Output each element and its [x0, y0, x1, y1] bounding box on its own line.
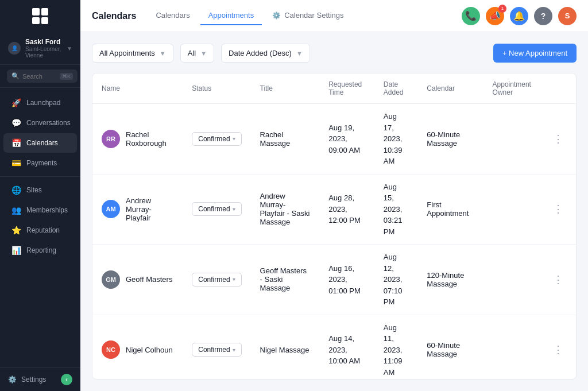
- cell-title: Geoff Masters - Saski Massage: [251, 245, 320, 315]
- status-badge[interactable]: Confirmed ▾: [192, 343, 241, 357]
- sidebar-item-label: Sites: [26, 186, 42, 194]
- row-more-button[interactable]: ⋮: [550, 131, 567, 146]
- cell-status: Confirmed ▾: [183, 315, 250, 380]
- type-filter[interactable]: All ▼: [180, 44, 214, 63]
- gear-icon: ⚙️: [272, 11, 281, 20]
- type-filter-arrow-icon: ▼: [200, 50, 207, 57]
- sidebar-collapse-button[interactable]: ‹: [61, 374, 72, 385]
- cell-actions: ⋮: [540, 104, 576, 175]
- status-badge[interactable]: Confirmed ▾: [192, 273, 241, 287]
- sidebar-item-label: Reputation: [26, 226, 60, 234]
- cell-title: Nigel Massage: [251, 315, 320, 380]
- cell-name: NC Nigel Colhoun: [92, 315, 183, 380]
- table-row: RR Rachel Roxborough Confirmed ▾ Rachel …: [92, 104, 576, 175]
- sidebar-item-launchpad[interactable]: 🚀 Launchpad: [3, 93, 77, 113]
- table-row: GM Geoff Masters Confirmed ▾ Geoff Maste…: [92, 245, 576, 315]
- search-icon: 🔍: [11, 72, 20, 80]
- name-cell: GM Geoff Masters: [102, 270, 173, 289]
- bell-icon[interactable]: 🔔: [510, 7, 528, 25]
- phone-icon[interactable]: 📞: [462, 7, 480, 25]
- cell-date-added: Aug 12, 2023,07:10 PM: [374, 245, 418, 315]
- topbar-icons: 📞 📣 1 🔔 ? S: [462, 7, 577, 25]
- search-box[interactable]: 🔍 ⌘K: [7, 69, 78, 83]
- sort-filter[interactable]: Date Added (Desc) ▼: [221, 44, 310, 63]
- table-header: Name Status Title Requested Time Date Ad…: [92, 73, 576, 104]
- cell-status: Confirmed ▾: [183, 174, 250, 245]
- avatar: RR: [102, 130, 120, 148]
- user-chevron-icon: ▼: [67, 45, 72, 52]
- sidebar-item-label: Launchpad: [26, 99, 60, 107]
- sidebar-item-reputation[interactable]: ⭐ Reputation: [3, 220, 77, 240]
- search-input[interactable]: [22, 73, 57, 80]
- page-title: Calendars: [92, 11, 136, 21]
- sidebar-search-area: 🔍 ⌘K +: [0, 65, 80, 88]
- cell-requested-time: Aug 16, 2023,01:00 PM: [319, 245, 374, 315]
- search-shortcut: ⌘K: [60, 73, 73, 80]
- status-label: Confirmed: [198, 205, 230, 213]
- contact-name: Andrew Murray-Playfair: [126, 196, 173, 222]
- sidebar-item-reporting[interactable]: 📊 Reporting: [3, 241, 77, 260]
- sidebar-item-conversations[interactable]: 💬 Conversations: [3, 113, 77, 133]
- megaphone-badge: 1: [498, 5, 506, 13]
- tab-calendar-settings[interactable]: ⚙️ Calendar Settings: [264, 6, 351, 25]
- status-badge[interactable]: Confirmed ▾: [192, 202, 241, 216]
- avatar: GM: [102, 270, 120, 289]
- reporting-icon: 📊: [11, 246, 21, 255]
- status-label: Confirmed: [198, 276, 230, 284]
- settings-icon: ⚙️: [8, 375, 17, 384]
- user-icon: 👤: [8, 42, 21, 55]
- row-more-button[interactable]: ⋮: [550, 272, 567, 287]
- sidebar-item-memberships[interactable]: 👥 Memberships: [3, 200, 77, 220]
- tab-appointments[interactable]: Appointments: [200, 6, 262, 25]
- col-appt-owner: AppointmentOwner: [483, 73, 540, 104]
- appointment-filter[interactable]: All Appointments ▼: [92, 44, 173, 63]
- sidebar-item-calendars[interactable]: 📅 Calendars: [3, 133, 77, 153]
- help-icon[interactable]: ?: [534, 7, 552, 25]
- status-chevron-icon: ▾: [233, 347, 235, 353]
- cell-requested-time: Aug 19, 2023,09:00 AM: [319, 104, 374, 175]
- table-body: RR Rachel Roxborough Confirmed ▾ Rachel …: [92, 104, 576, 380]
- sidebar-item-label: Memberships: [26, 206, 68, 214]
- tab-appointments-label: Appointments: [208, 11, 254, 20]
- avatar: AM: [102, 200, 120, 218]
- name-cell: AM Andrew Murray-Playfair: [102, 196, 173, 222]
- cell-date-added: Aug 17, 2023,10:39 AM: [374, 104, 418, 175]
- cell-date-added: Aug 11, 2023,11:09 AM: [374, 315, 418, 380]
- cell-status: Confirmed ▾: [183, 104, 250, 175]
- nav-tabs: Calendars Appointments ⚙️ Calendar Setti…: [148, 6, 351, 25]
- type-filter-value: All: [188, 49, 196, 57]
- sidebar-settings[interactable]: ⚙️ Settings ‹: [0, 367, 80, 391]
- payments-icon: 💳: [11, 158, 21, 168]
- appointment-filter-arrow-icon: ▼: [160, 50, 166, 57]
- row-more-button[interactable]: ⋮: [550, 342, 567, 357]
- sidebar-item-sites[interactable]: 🌐 Sites: [3, 180, 77, 200]
- sort-filter-arrow-icon: ▼: [296, 50, 303, 57]
- sort-filter-value: Date Added (Desc): [229, 49, 292, 57]
- avatar-icon[interactable]: S: [558, 7, 577, 25]
- sidebar-user[interactable]: 👤 Saski Ford Saint-Leomer, Vienne ▼: [0, 32, 80, 65]
- col-name: Name: [92, 73, 183, 104]
- avatar: NC: [102, 340, 120, 359]
- memberships-icon: 👥: [11, 206, 21, 215]
- megaphone-wrapper: 📣 1: [486, 7, 504, 25]
- topbar: Calendars Calendars Appointments ⚙️ Cale…: [80, 0, 588, 32]
- logo-grid: [32, 8, 48, 24]
- cell-requested-time: Aug 14, 2023,10:00 AM: [319, 315, 374, 380]
- row-more-button[interactable]: ⋮: [550, 202, 567, 216]
- col-calendar: Calendar: [417, 73, 483, 104]
- status-badge[interactable]: Confirmed ▾: [192, 132, 241, 146]
- sidebar: 👤 Saski Ford Saint-Leomer, Vienne ▼ 🔍 ⌘K…: [0, 0, 80, 391]
- col-actions: [540, 73, 576, 104]
- cell-calendar: 120-Minute Massage: [417, 245, 483, 315]
- tab-calendars[interactable]: Calendars: [148, 6, 198, 25]
- sidebar-item-payments[interactable]: 💳 Payments: [3, 153, 77, 173]
- col-requested-time: Requested Time: [319, 73, 374, 104]
- cell-date-added: Aug 15, 2023,03:21 PM: [374, 174, 418, 245]
- status-label: Confirmed: [198, 346, 230, 354]
- col-status: Status: [183, 73, 250, 104]
- sidebar-item-label: Reporting: [26, 246, 56, 254]
- topbar-left: Calendars Calendars Appointments ⚙️ Cale…: [92, 6, 351, 25]
- sidebar-item-label: Conversations: [26, 119, 71, 127]
- new-appointment-button[interactable]: + New Appointment: [493, 44, 577, 63]
- launchpad-icon: 🚀: [11, 98, 21, 107]
